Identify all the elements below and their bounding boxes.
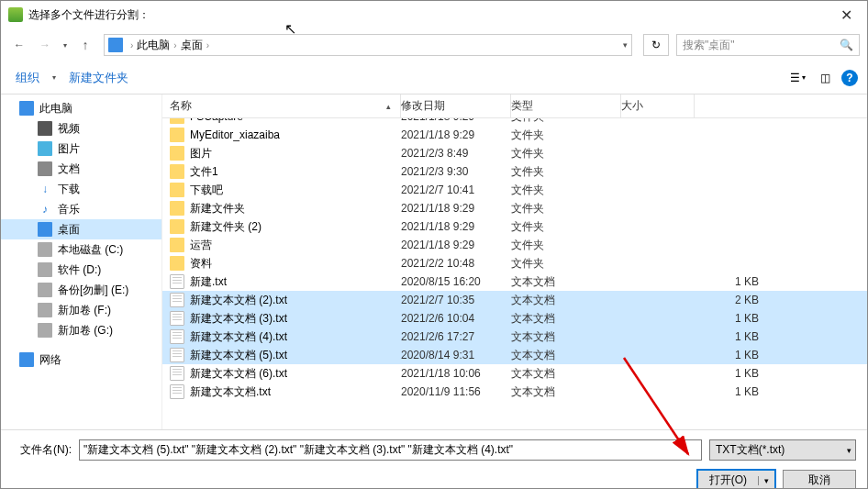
open-button[interactable]: 打开(O)▾	[697, 470, 775, 489]
list-icon: ☰	[790, 72, 800, 84]
breadcrumb-root[interactable]: 此电脑	[137, 38, 170, 53]
file-name: 新建文本文档 (2).txt	[190, 293, 287, 308]
app-icon	[8, 7, 23, 22]
sidebar-item-3[interactable]: 文档	[1, 159, 161, 179]
new-folder-button[interactable]: 新建文件夹	[63, 66, 134, 90]
file-name: 新建文件夹	[190, 201, 245, 217]
file-row[interactable]: 新建文本文档 (2).txt2021/2/7 10:35文本文档2 KB	[162, 291, 867, 309]
column-size[interactable]: 大小	[621, 94, 695, 117]
file-date: 2021/1/18 9:29	[401, 128, 511, 141]
cancel-button[interactable]: 取消	[783, 470, 856, 489]
file-row[interactable]: 新建文本文档 (5).txt2020/8/14 9:31文本文档1 KB	[162, 346, 867, 364]
file-row[interactable]: 文件12021/2/3 9:30文件夹	[162, 162, 867, 181]
file-row[interactable]: 图片2021/2/3 8:49文件夹	[162, 144, 867, 162]
preview-pane-button[interactable]: ◫	[817, 70, 834, 86]
refresh-button[interactable]: ↻	[643, 34, 669, 56]
filename-input[interactable]	[79, 439, 702, 461]
file-row[interactable]: 新建文件夹2021/1/18 9:29文件夹	[162, 199, 867, 217]
folder-icon	[170, 118, 184, 124]
sidebar-item-1[interactable]: 视频	[1, 118, 161, 139]
file-date: 2021/1/18 9:29	[401, 118, 511, 123]
sidebar-item-7[interactable]: 本地磁盘 (C:)	[1, 239, 161, 260]
filename-label: 文件名(N):	[12, 442, 72, 458]
breadcrumb-folder[interactable]: 桌面	[181, 38, 203, 53]
sidebar-item-2[interactable]: 图片	[1, 139, 161, 159]
file-name: 新建文件夹 (2)	[190, 219, 262, 235]
file-row[interactable]: 运营2021/1/18 9:29文件夹	[162, 236, 867, 254]
organize-dropdown-icon[interactable]: ▾	[49, 73, 60, 82]
disk-icon	[38, 283, 52, 297]
file-row[interactable]: 新建文本文档 (3).txt2021/2/6 10:04文本文档1 KB	[162, 309, 867, 328]
txt-file-icon	[170, 366, 184, 381]
txt-file-icon	[170, 384, 184, 399]
history-dropdown[interactable]: ▾	[60, 41, 71, 50]
sidebar-label: 视频	[58, 121, 80, 137]
file-size: 1 KB	[621, 312, 768, 325]
file-date: 2021/1/18 9:29	[401, 239, 511, 251]
organize-button[interactable]: 组织	[10, 66, 45, 90]
file-type: 文本文档	[511, 274, 621, 290]
file-date: 2021/1/18 9:29	[401, 220, 511, 233]
sort-arrow-icon: ▴	[386, 102, 391, 111]
sidebar-item-4[interactable]: ↓下载	[1, 179, 161, 199]
file-size: 1 KB	[621, 275, 768, 288]
sidebar-label: 音乐	[58, 202, 80, 217]
net-icon	[19, 352, 34, 367]
file-name: FSCapture	[190, 118, 243, 123]
column-name[interactable]: 名称▴	[162, 94, 401, 117]
folder-icon	[170, 146, 184, 161]
sidebar-item-11[interactable]: 新加卷 (G:)	[1, 320, 161, 340]
column-type[interactable]: 类型	[511, 94, 621, 117]
filter-dropdown[interactable]: TXT文档(*.txt)▾	[709, 439, 856, 461]
back-button[interactable]: ←	[8, 34, 30, 56]
folder-icon	[170, 256, 184, 271]
sidebar-label: 图片	[58, 141, 80, 157]
view-mode-button[interactable]: ☰▾	[786, 70, 809, 86]
file-type: 文件夹	[511, 146, 621, 161]
sidebar-item-8[interactable]: 软件 (D:)	[1, 260, 161, 280]
file-row[interactable]: 新建文件夹 (2)2021/1/18 9:29文件夹	[162, 217, 867, 236]
file-name: 新建文本文档 (5).txt	[190, 348, 287, 363]
sidebar-label: 新加卷 (F:)	[58, 303, 111, 318]
sidebar-item-12[interactable]: 网络	[1, 350, 161, 370]
preview-icon: ◫	[820, 72, 830, 84]
open-dropdown-icon[interactable]: ▾	[758, 476, 774, 485]
folder-icon	[170, 219, 184, 234]
file-row[interactable]: 新建文本文档.txt2020/11/9 11:56文本文档1 KB	[162, 383, 867, 401]
file-size: 1 KB	[621, 385, 768, 398]
forward-button[interactable]: →	[34, 34, 56, 56]
sidebar-item-10[interactable]: 新加卷 (F:)	[1, 300, 161, 320]
file-date: 2021/2/6 17:27	[401, 330, 511, 343]
sidebar-item-9[interactable]: 备份[勿删] (E:)	[1, 280, 161, 300]
music-icon: ♪	[38, 202, 52, 217]
toolbar: 组织 ▾ 新建文件夹 ☰▾ ◫ ?	[1, 61, 867, 94]
close-button[interactable]: ✕	[826, 6, 867, 24]
address-dropdown-icon[interactable]: ▾	[623, 40, 628, 50]
sidebar-item-6[interactable]: 桌面	[1, 219, 161, 239]
file-row[interactable]: 下载吧2021/2/7 10:41文件夹	[162, 181, 867, 199]
file-size: 1 KB	[621, 330, 768, 343]
address-bar[interactable]: › 此电脑 › 桌面 › ▾	[104, 34, 632, 56]
file-row[interactable]: MyEditor_xiazaiba2021/1/18 9:29文件夹	[162, 126, 867, 144]
sidebar-item-0[interactable]: 此电脑	[1, 98, 161, 118]
file-date: 2021/2/7 10:41	[401, 183, 511, 196]
file-row[interactable]: 新建文本文档 (6).txt2021/1/18 10:06文本文档1 KB	[162, 364, 867, 383]
search-input[interactable]: 搜索"桌面" 🔍	[676, 34, 860, 56]
txt-file-icon	[170, 274, 184, 289]
file-row[interactable]: FSCapture2021/1/18 9:29文件夹	[162, 118, 867, 126]
file-row[interactable]: 新建.txt2020/8/15 16:20文本文档1 KB	[162, 272, 867, 291]
bottom-panel: 文件名(N): TXT文档(*.txt)▾ 打开(O)▾ 取消	[1, 429, 867, 489]
file-row[interactable]: 资料2021/2/2 10:48文件夹	[162, 254, 867, 272]
up-button[interactable]: ↑	[74, 34, 96, 56]
sidebar-label: 本地磁盘 (C:)	[58, 242, 123, 258]
sidebar-label: 软件 (D:)	[58, 262, 101, 278]
help-button[interactable]: ?	[841, 70, 858, 86]
file-row[interactable]: 新建文本文档 (4).txt2021/2/6 17:27文本文档1 KB	[162, 328, 867, 346]
cursor-icon: ↖	[284, 20, 296, 38]
file-name: 新建文本文档.txt	[190, 384, 271, 400]
column-date[interactable]: 修改日期	[401, 94, 511, 117]
sidebar-item-5[interactable]: ♪音乐	[1, 199, 161, 219]
sidebar-label: 网络	[39, 352, 61, 368]
txt-file-icon	[170, 329, 184, 344]
pic-icon	[38, 141, 52, 156]
